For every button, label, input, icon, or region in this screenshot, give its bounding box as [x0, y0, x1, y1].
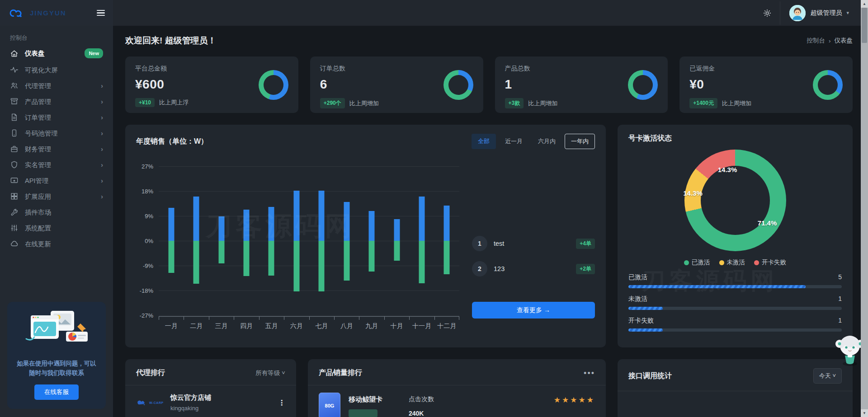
bar-column	[309, 166, 334, 315]
rank-name: test	[494, 240, 570, 247]
progress-failed: 开卡失败1	[628, 317, 842, 332]
sidebar-section-label: 控制台	[0, 26, 113, 45]
filter-tab-year[interactable]: 一年内	[565, 134, 595, 149]
sliders-icon	[10, 224, 19, 232]
x-axis-tick-label: 三月	[209, 317, 234, 330]
kebab-menu-icon[interactable]: ⋮	[278, 402, 285, 404]
breadcrumb-root[interactable]: 控制台	[807, 37, 826, 45]
chevron-right-icon: ›	[101, 98, 103, 106]
filter-tab-half-year[interactable]: 六月内	[532, 134, 562, 149]
stat-card-total-orders: 订单总数 6 +290个比上周增加	[310, 56, 483, 113]
stat-badge: +1400元	[689, 98, 717, 108]
filter-tab-all[interactable]: 全部	[472, 134, 496, 149]
sidebar-menu: 仪表盘 New 可视化大屏 代理管理› 产品管理› 订单管理› 号码池管理	[0, 45, 113, 295]
sidebar-item-agents[interactable]: 代理管理›	[0, 78, 113, 94]
product-badge	[349, 409, 377, 417]
sales-ranking: 1 test +4单 2 123 +2单 查看更多 →	[459, 160, 595, 330]
scroll-up-arrow-icon[interactable]: ▲	[861, 0, 868, 8]
sidebar-item-realname[interactable]: 实名管理›	[0, 157, 113, 173]
breadcrumb: 控制台 › 仪表盘	[807, 37, 853, 45]
x-axis-tick-label: 八月	[334, 317, 359, 330]
api-period-select[interactable]: 今天 ˅	[813, 368, 842, 384]
brand-name: JINGYUN	[30, 9, 66, 17]
agent-ranking-title: 代理排行	[136, 368, 165, 378]
bar-column	[284, 166, 309, 315]
card-activation-status: 号卡激活状态 14.3% 14.3% 71.4% 已激活 未激活 开卡失败 已激…	[618, 125, 853, 347]
chevron-right-icon: ›	[101, 192, 103, 201]
sidebar-item-system-config[interactable]: 系统配置	[0, 220, 113, 236]
agent-name: 惊云官方店铺	[170, 394, 211, 402]
sidebar-item-bigscreen[interactable]: 可视化大屏	[0, 62, 113, 78]
donut-label-red: 14.3%	[718, 166, 737, 173]
stat-cards-row: 平台总金额 ¥600 +¥10比上周上浮 订单总数 6 +290个比上周增加 产…	[125, 56, 853, 113]
scroll-down-arrow-icon[interactable]: ▼	[861, 409, 868, 417]
rank-row[interactable]: 2 123 +2单	[472, 261, 595, 276]
rank-row[interactable]: 1 test +4单	[472, 236, 595, 251]
legend-dot-green	[684, 260, 689, 265]
star-rating: ★★★★★	[554, 393, 595, 405]
sidebar-item-number-pool[interactable]: 号码池管理›	[0, 125, 113, 141]
bar-column	[259, 166, 284, 315]
x-axis-tick-label: 九月	[359, 317, 384, 330]
vertical-scrollbar[interactable]: ▲ ▼	[861, 0, 868, 417]
sidebar-item-dashboard[interactable]: 仪表盘 New	[0, 45, 113, 62]
briefcase-icon	[10, 145, 19, 153]
x-axis-tick-label: 四月	[234, 317, 259, 330]
sidebar-item-plugin-market[interactable]: 插件市场	[0, 204, 113, 220]
bar-column	[184, 166, 208, 315]
user-menu[interactable]: 超级管理员 ▾	[780, 1, 855, 25]
sidebar-item-finance[interactable]: 财务管理›	[0, 141, 113, 157]
view-more-button[interactable]: 查看更多 →	[472, 302, 595, 319]
chevron-down-icon: ▾	[846, 10, 849, 16]
product-row[interactable]: 80G 移动鲸望卡 点击次数 240K ★★★★★	[308, 385, 606, 417]
stat-card-total-products: 产品总数 1 +3款比上周增加	[495, 56, 668, 113]
progress-activated: 已激活5	[628, 273, 842, 288]
help-text: 如果在使用中遇到问题，可以随时与我们取得联系	[16, 359, 97, 378]
cloud-icon	[10, 239, 19, 248]
stat-note: 比上周增加	[349, 99, 379, 108]
product-name: 移动鲸望卡	[349, 393, 382, 404]
sidebar-item-extensions[interactable]: 扩展应用›	[0, 188, 113, 204]
breadcrumb-separator-icon: ›	[829, 37, 831, 44]
card-api-stats: 接口调用统计 今天 ˅	[618, 359, 853, 417]
online-support-button[interactable]: 在线客服	[34, 384, 79, 400]
sidebar-item-online-update[interactable]: 在线更新	[0, 236, 113, 252]
avatar	[789, 5, 806, 21]
agent-row[interactable]: W-CARP 惊云官方店铺 kingqaking ⋮	[125, 385, 296, 417]
agent-level-filter[interactable]: 所有等级 ˅	[255, 369, 285, 377]
stat-donut-chart	[443, 70, 473, 100]
sidebar-item-products[interactable]: 产品管理›	[0, 94, 113, 109]
screen-share-icon	[10, 176, 19, 185]
app-window: JINGYUN 控制台 仪表盘 New 可视化大屏 代理管理› 产品管理›	[0, 0, 868, 417]
sidebar-item-api[interactable]: API管理›	[0, 173, 113, 188]
scrollbar-thumb[interactable]	[862, 8, 867, 43]
legend-dot-red	[754, 260, 759, 265]
wrench-icon	[10, 208, 19, 216]
menu-toggle-icon[interactable]	[97, 10, 105, 16]
bar-column	[209, 166, 234, 315]
brand-logo[interactable]: JINGYUN	[8, 8, 66, 19]
filter-tab-month[interactable]: 近一月	[499, 134, 529, 149]
donut-legend: 已激活 未激活 开卡失败	[628, 258, 842, 267]
bar-column	[359, 166, 384, 315]
archive-icon	[10, 97, 19, 106]
product-image: 80G	[319, 393, 340, 417]
theme-toggle-sun-icon[interactable]	[763, 9, 772, 18]
shield-icon	[10, 160, 19, 169]
ellipsis-menu-icon[interactable]: •••	[584, 372, 595, 375]
activation-title: 号卡激活状态	[628, 134, 842, 143]
bar-chart-plot	[159, 166, 459, 315]
stat-badge: +3款	[505, 98, 524, 108]
product-ranking-title: 产品销量排行	[319, 368, 362, 378]
topbar: 超级管理员 ▾	[113, 0, 868, 26]
rank-number: 2	[472, 261, 487, 276]
help-illustration	[23, 310, 90, 351]
welcome-heading: 欢迎回来! 超级管理员！	[125, 35, 217, 47]
x-axis-tick-label: 五月	[259, 317, 284, 330]
stat-note: 比上周增加	[528, 99, 557, 108]
sidebar-item-orders[interactable]: 订单管理›	[0, 109, 113, 125]
rank-name: 123	[494, 265, 570, 272]
stat-badge: +¥10	[135, 98, 155, 107]
bar-column	[234, 166, 259, 315]
progress-track	[628, 307, 842, 310]
